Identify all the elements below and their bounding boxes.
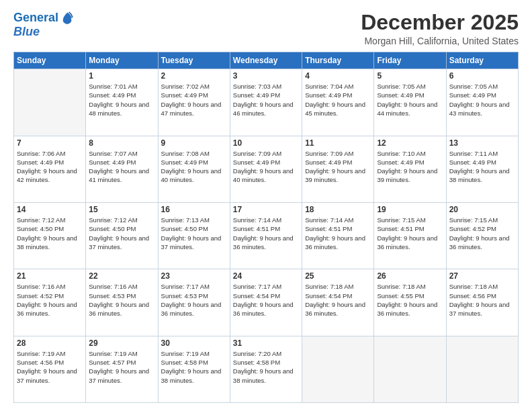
calendar-cell: 14Sunrise: 7:12 AMSunset: 4:50 PMDayligh… [14,202,86,269]
calendar-cell: 18Sunrise: 7:14 AMSunset: 4:51 PMDayligh… [302,202,374,269]
calendar-cell: 8Sunrise: 7:07 AMSunset: 4:49 PMDaylight… [86,136,158,202]
day-number: 16 [161,205,227,214]
cell-info: Sunrise: 7:10 AMSunset: 4:49 PMDaylight:… [377,149,443,185]
cell-info: Sunrise: 7:14 AMSunset: 4:51 PMDaylight:… [305,216,371,251]
calendar-cell: 21Sunrise: 7:16 AMSunset: 4:52 PMDayligh… [14,269,86,336]
calendar-cell: 5Sunrise: 7:05 AMSunset: 4:49 PMDaylight… [374,69,446,136]
cell-info: Sunrise: 7:14 AMSunset: 4:51 PMDaylight:… [233,216,299,251]
calendar-cell: 22Sunrise: 7:16 AMSunset: 4:53 PMDayligh… [86,269,158,336]
calendar-table: SundayMondayTuesdayWednesdayThursdayFrid… [13,52,519,403]
cell-info: Sunrise: 7:11 AMSunset: 4:49 PMDaylight:… [449,149,515,185]
week-row-2: 7Sunrise: 7:06 AMSunset: 4:49 PMDaylight… [14,136,519,202]
calendar-cell: 9Sunrise: 7:08 AMSunset: 4:49 PMDaylight… [158,136,230,202]
day-number: 10 [233,138,299,148]
cell-info: Sunrise: 7:15 AMSunset: 4:51 PMDaylight:… [377,216,443,251]
day-number: 12 [377,138,443,148]
calendar-cell: 7Sunrise: 7:06 AMSunset: 4:49 PMDaylight… [14,136,86,202]
calendar-cell: 29Sunrise: 7:19 AMSunset: 4:57 PMDayligh… [86,336,158,402]
calendar-cell: 4Sunrise: 7:04 AMSunset: 4:49 PMDaylight… [302,69,374,136]
weekday-header-row: SundayMondayTuesdayWednesdayThursdayFrid… [14,52,519,69]
cell-info: Sunrise: 7:15 AMSunset: 4:52 PMDaylight:… [449,216,515,251]
cell-info: Sunrise: 7:17 AMSunset: 4:53 PMDaylight:… [161,282,227,318]
month-title: December 2025 [361,11,519,34]
calendar-cell: 11Sunrise: 7:09 AMSunset: 4:49 PMDayligh… [302,136,374,202]
cell-info: Sunrise: 7:18 AMSunset: 4:54 PMDaylight:… [305,282,371,318]
weekday-header-monday: Monday [86,52,158,69]
calendar-cell: 20Sunrise: 7:15 AMSunset: 4:52 PMDayligh… [446,202,518,269]
calendar-cell: 26Sunrise: 7:18 AMSunset: 4:55 PMDayligh… [374,269,446,336]
day-number: 28 [17,338,83,348]
calendar-cell: 28Sunrise: 7:19 AMSunset: 4:56 PMDayligh… [14,336,86,402]
day-number: 25 [305,271,371,281]
cell-info: Sunrise: 7:16 AMSunset: 4:52 PMDaylight:… [17,282,83,318]
cell-info: Sunrise: 7:09 AMSunset: 4:49 PMDaylight:… [233,149,299,185]
calendar-cell: 12Sunrise: 7:10 AMSunset: 4:49 PMDayligh… [374,136,446,202]
day-number: 18 [305,205,371,214]
calendar-cell: 19Sunrise: 7:15 AMSunset: 4:51 PMDayligh… [374,202,446,269]
calendar-cell: 23Sunrise: 7:17 AMSunset: 4:53 PMDayligh… [158,269,230,336]
day-number: 5 [377,71,443,81]
day-number: 30 [161,338,227,348]
day-number: 8 [89,138,154,148]
logo-icon [60,11,75,26]
calendar-cell [446,336,518,402]
logo-text-blue: Blue [13,26,75,39]
day-number: 14 [17,205,83,214]
weekday-header-thursday: Thursday [302,52,374,69]
cell-info: Sunrise: 7:19 AMSunset: 4:58 PMDaylight:… [161,349,227,385]
calendar-cell [14,69,86,136]
cell-info: Sunrise: 7:05 AMSunset: 4:49 PMDaylight:… [449,82,515,118]
day-number: 13 [449,138,515,148]
calendar-cell: 6Sunrise: 7:05 AMSunset: 4:49 PMDaylight… [446,69,518,136]
cell-info: Sunrise: 7:08 AMSunset: 4:49 PMDaylight:… [161,149,227,185]
calendar-cell: 25Sunrise: 7:18 AMSunset: 4:54 PMDayligh… [302,269,374,336]
day-number: 23 [161,271,227,281]
weekday-header-wednesday: Wednesday [230,52,302,69]
day-number: 2 [161,71,227,81]
calendar-page: General Blue December 2025 Morgan Hill, … [0,0,532,411]
day-number: 22 [89,271,154,281]
day-number: 1 [89,71,154,81]
cell-info: Sunrise: 7:09 AMSunset: 4:49 PMDaylight:… [305,149,371,185]
day-number: 11 [305,138,371,148]
week-row-5: 28Sunrise: 7:19 AMSunset: 4:56 PMDayligh… [14,336,519,402]
cell-info: Sunrise: 7:01 AMSunset: 4:49 PMDaylight:… [89,82,154,118]
day-number: 24 [233,271,299,281]
cell-info: Sunrise: 7:13 AMSunset: 4:50 PMDaylight:… [161,216,227,251]
cell-info: Sunrise: 7:02 AMSunset: 4:49 PMDaylight:… [161,82,227,118]
weekday-header-saturday: Saturday [446,52,518,69]
calendar-cell: 3Sunrise: 7:03 AMSunset: 4:49 PMDaylight… [230,69,302,136]
calendar-cell: 1Sunrise: 7:01 AMSunset: 4:49 PMDaylight… [86,69,158,136]
calendar-cell: 15Sunrise: 7:12 AMSunset: 4:50 PMDayligh… [86,202,158,269]
weekday-header-friday: Friday [374,52,446,69]
cell-info: Sunrise: 7:07 AMSunset: 4:49 PMDaylight:… [89,149,154,185]
cell-info: Sunrise: 7:06 AMSunset: 4:49 PMDaylight:… [17,149,83,185]
cell-info: Sunrise: 7:18 AMSunset: 4:55 PMDaylight:… [377,282,443,318]
day-number: 26 [377,271,443,281]
cell-info: Sunrise: 7:05 AMSunset: 4:49 PMDaylight:… [377,82,443,118]
day-number: 27 [449,271,515,281]
calendar-cell [374,336,446,402]
logo: General Blue [13,11,75,39]
calendar-cell: 30Sunrise: 7:19 AMSunset: 4:58 PMDayligh… [158,336,230,402]
calendar-cell: 17Sunrise: 7:14 AMSunset: 4:51 PMDayligh… [230,202,302,269]
weekday-header-tuesday: Tuesday [158,52,230,69]
calendar-cell: 2Sunrise: 7:02 AMSunset: 4:49 PMDaylight… [158,69,230,136]
location: Morgan Hill, California, United States [361,36,519,46]
day-number: 15 [89,205,154,214]
calendar-cell: 27Sunrise: 7:18 AMSunset: 4:56 PMDayligh… [446,269,518,336]
calendar-cell: 13Sunrise: 7:11 AMSunset: 4:49 PMDayligh… [446,136,518,202]
day-number: 7 [17,138,83,148]
cell-info: Sunrise: 7:19 AMSunset: 4:56 PMDaylight:… [17,349,83,385]
cell-info: Sunrise: 7:19 AMSunset: 4:57 PMDaylight:… [89,349,154,385]
logo-text: General [13,11,58,25]
day-number: 3 [233,71,299,81]
day-number: 19 [377,205,443,214]
week-row-4: 21Sunrise: 7:16 AMSunset: 4:52 PMDayligh… [14,269,519,336]
calendar-cell: 31Sunrise: 7:20 AMSunset: 4:58 PMDayligh… [230,336,302,402]
cell-info: Sunrise: 7:12 AMSunset: 4:50 PMDaylight:… [17,216,83,251]
cell-info: Sunrise: 7:18 AMSunset: 4:56 PMDaylight:… [449,282,515,318]
week-row-3: 14Sunrise: 7:12 AMSunset: 4:50 PMDayligh… [14,202,519,269]
day-number: 29 [89,338,154,348]
day-number: 6 [449,71,515,81]
